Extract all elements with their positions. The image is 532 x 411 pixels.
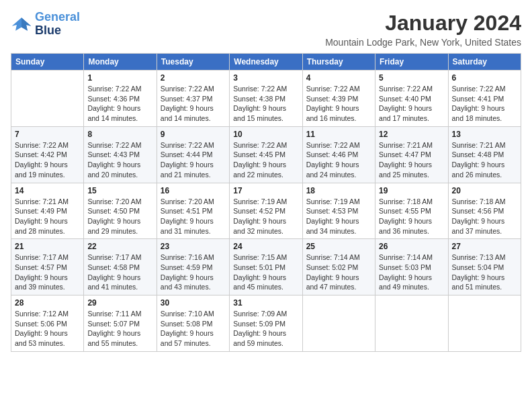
day-number: 13 — [452, 130, 517, 139]
column-header-saturday: Saturday — [448, 54, 521, 71]
calendar-cell: 1Sunrise: 7:22 AMSunset: 4:36 PMDaylight… — [84, 71, 157, 127]
calendar-cell: 17Sunrise: 7:19 AMSunset: 4:52 PMDayligh… — [230, 183, 302, 239]
day-number: 12 — [379, 130, 444, 139]
day-number: 19 — [379, 186, 444, 195]
day-info: Sunrise: 7:22 AMSunset: 4:46 PMDaylight:… — [306, 140, 371, 180]
calendar-cell: 3Sunrise: 7:22 AMSunset: 4:38 PMDaylight… — [230, 71, 302, 127]
calendar-cell: 7Sunrise: 7:22 AMSunset: 4:42 PMDaylight… — [11, 126, 84, 183]
calendar-cell: 30Sunrise: 7:10 AMSunset: 5:08 PMDayligh… — [157, 295, 229, 352]
calendar-cell: 9Sunrise: 7:22 AMSunset: 4:44 PMDaylight… — [157, 126, 229, 183]
day-info: Sunrise: 7:14 AMSunset: 5:03 PMDaylight:… — [379, 253, 444, 292]
calendar-cell: 22Sunrise: 7:17 AMSunset: 4:58 PMDayligh… — [84, 239, 157, 295]
day-info: Sunrise: 7:11 AMSunset: 5:07 PMDaylight:… — [87, 309, 152, 349]
column-header-thursday: Thursday — [302, 54, 375, 71]
logo: GeneralBlue — [11, 11, 80, 38]
calendar-cell: 19Sunrise: 7:18 AMSunset: 4:55 PMDayligh… — [375, 183, 448, 239]
title-block: January 2024 Mountain Lodge Park, New Yo… — [325, 11, 521, 48]
svg-marker-1 — [21, 17, 31, 31]
calendar-cell: 5Sunrise: 7:22 AMSunset: 4:40 PMDaylight… — [375, 71, 448, 127]
calendar-cell: 11Sunrise: 7:22 AMSunset: 4:46 PMDayligh… — [302, 126, 375, 183]
day-number: 18 — [306, 186, 371, 195]
calendar-cell: 13Sunrise: 7:21 AMSunset: 4:48 PMDayligh… — [448, 126, 521, 183]
day-info: Sunrise: 7:21 AMSunset: 4:48 PMDaylight:… — [452, 140, 517, 180]
day-number: 22 — [87, 242, 152, 251]
day-number: 8 — [87, 130, 152, 139]
day-number: 29 — [87, 298, 152, 308]
day-info: Sunrise: 7:22 AMSunset: 4:38 PMDaylight:… — [233, 84, 298, 124]
calendar-cell: 23Sunrise: 7:16 AMSunset: 4:59 PMDayligh… — [157, 239, 229, 295]
calendar-cell — [302, 295, 375, 352]
day-info: Sunrise: 7:10 AMSunset: 5:08 PMDaylight:… — [161, 309, 226, 349]
calendar-cell — [448, 295, 521, 352]
day-info: Sunrise: 7:22 AMSunset: 4:43 PMDaylight:… — [87, 140, 152, 180]
calendar-week-1: 1Sunrise: 7:22 AMSunset: 4:36 PMDaylight… — [11, 71, 521, 127]
location-subtitle: Mountain Lodge Park, New York, United St… — [325, 37, 521, 48]
day-info: Sunrise: 7:21 AMSunset: 4:47 PMDaylight:… — [379, 140, 444, 180]
day-info: Sunrise: 7:22 AMSunset: 4:42 PMDaylight:… — [15, 140, 80, 180]
day-info: Sunrise: 7:22 AMSunset: 4:37 PMDaylight:… — [161, 84, 226, 124]
day-number: 14 — [15, 186, 80, 195]
day-info: Sunrise: 7:22 AMSunset: 4:45 PMDaylight:… — [233, 140, 298, 180]
calendar-cell: 26Sunrise: 7:14 AMSunset: 5:03 PMDayligh… — [375, 239, 448, 295]
calendar-table: SundayMondayTuesdayWednesdayThursdayFrid… — [11, 53, 521, 352]
column-header-sunday: Sunday — [11, 54, 84, 71]
day-info: Sunrise: 7:09 AMSunset: 5:09 PMDaylight:… — [233, 309, 298, 349]
day-number: 4 — [306, 73, 371, 83]
day-number: 1 — [87, 73, 152, 83]
calendar-cell: 28Sunrise: 7:12 AMSunset: 5:06 PMDayligh… — [11, 295, 84, 352]
calendar-cell: 8Sunrise: 7:22 AMSunset: 4:43 PMDaylight… — [84, 126, 157, 183]
day-number: 20 — [452, 186, 517, 195]
calendar-cell: 15Sunrise: 7:20 AMSunset: 4:50 PMDayligh… — [84, 183, 157, 239]
day-info: Sunrise: 7:13 AMSunset: 5:04 PMDaylight:… — [452, 253, 517, 292]
day-number: 30 — [161, 298, 226, 308]
logo-icon — [11, 15, 32, 34]
calendar-cell: 20Sunrise: 7:18 AMSunset: 4:56 PMDayligh… — [448, 183, 521, 239]
day-number: 26 — [379, 242, 444, 251]
calendar-cell: 27Sunrise: 7:13 AMSunset: 5:04 PMDayligh… — [448, 239, 521, 295]
day-info: Sunrise: 7:20 AMSunset: 4:51 PMDaylight:… — [161, 197, 226, 236]
day-number: 6 — [452, 73, 517, 83]
calendar-cell: 29Sunrise: 7:11 AMSunset: 5:07 PMDayligh… — [84, 295, 157, 352]
day-info: Sunrise: 7:18 AMSunset: 4:55 PMDaylight:… — [379, 197, 444, 236]
day-info: Sunrise: 7:17 AMSunset: 4:57 PMDaylight:… — [15, 253, 80, 292]
month-title: January 2024 — [325, 11, 521, 36]
day-number: 24 — [233, 242, 298, 251]
day-number: 9 — [161, 130, 226, 139]
calendar-cell: 31Sunrise: 7:09 AMSunset: 5:09 PMDayligh… — [230, 295, 302, 352]
calendar-cell: 6Sunrise: 7:22 AMSunset: 4:41 PMDaylight… — [448, 71, 521, 127]
day-number: 27 — [452, 242, 517, 251]
day-number: 25 — [306, 242, 371, 251]
calendar-cell: 16Sunrise: 7:20 AMSunset: 4:51 PMDayligh… — [157, 183, 229, 239]
calendar-week-5: 28Sunrise: 7:12 AMSunset: 5:06 PMDayligh… — [11, 295, 521, 352]
calendar-cell: 10Sunrise: 7:22 AMSunset: 4:45 PMDayligh… — [230, 126, 302, 183]
page-header: GeneralBlue January 2024 Mountain Lodge … — [11, 11, 521, 48]
calendar-header-row: SundayMondayTuesdayWednesdayThursdayFrid… — [11, 54, 521, 71]
day-number: 15 — [87, 186, 152, 195]
day-number: 23 — [161, 242, 226, 251]
day-number: 2 — [161, 73, 226, 83]
day-info: Sunrise: 7:22 AMSunset: 4:40 PMDaylight:… — [379, 84, 444, 124]
day-number: 31 — [233, 298, 298, 308]
day-info: Sunrise: 7:17 AMSunset: 4:58 PMDaylight:… — [87, 253, 152, 292]
calendar-week-2: 7Sunrise: 7:22 AMSunset: 4:42 PMDaylight… — [11, 126, 521, 183]
day-number: 7 — [15, 130, 80, 139]
calendar-cell: 14Sunrise: 7:21 AMSunset: 4:49 PMDayligh… — [11, 183, 84, 239]
day-number: 10 — [233, 130, 298, 139]
day-number: 5 — [379, 73, 444, 83]
calendar-cell: 2Sunrise: 7:22 AMSunset: 4:37 PMDaylight… — [157, 71, 229, 127]
column-header-monday: Monday — [84, 54, 157, 71]
day-number: 16 — [161, 186, 226, 195]
day-info: Sunrise: 7:16 AMSunset: 4:59 PMDaylight:… — [161, 253, 226, 292]
calendar-cell: 18Sunrise: 7:19 AMSunset: 4:53 PMDayligh… — [302, 183, 375, 239]
day-number: 17 — [233, 186, 298, 195]
day-info: Sunrise: 7:20 AMSunset: 4:50 PMDaylight:… — [87, 197, 152, 236]
calendar-week-3: 14Sunrise: 7:21 AMSunset: 4:49 PMDayligh… — [11, 183, 521, 239]
day-info: Sunrise: 7:19 AMSunset: 4:53 PMDaylight:… — [306, 197, 371, 236]
logo-text: GeneralBlue — [35, 11, 80, 38]
day-info: Sunrise: 7:12 AMSunset: 5:06 PMDaylight:… — [15, 309, 80, 349]
column-header-friday: Friday — [375, 54, 448, 71]
calendar-cell: 4Sunrise: 7:22 AMSunset: 4:39 PMDaylight… — [302, 71, 375, 127]
calendar-cell: 12Sunrise: 7:21 AMSunset: 4:47 PMDayligh… — [375, 126, 448, 183]
calendar-cell: 21Sunrise: 7:17 AMSunset: 4:57 PMDayligh… — [11, 239, 84, 295]
day-number: 28 — [15, 298, 80, 308]
